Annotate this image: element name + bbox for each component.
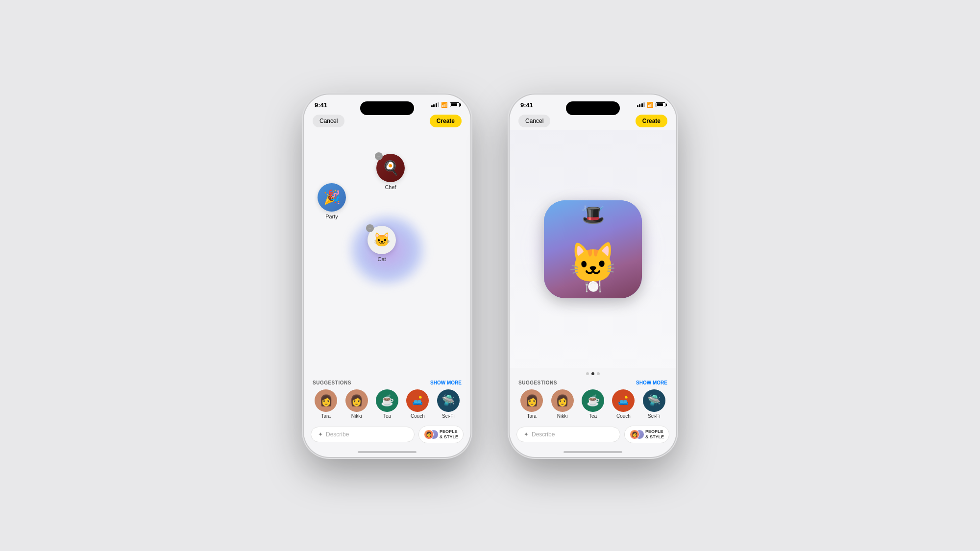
chef-emoji-item[interactable]: − 🍳 Chef bbox=[376, 154, 405, 190]
status-icons-1: 📶 bbox=[431, 102, 460, 108]
dot-1 bbox=[586, 372, 589, 375]
app-icon-inner: 🍶🧪 🎩 🐱 🍽️ bbox=[544, 200, 642, 298]
nikki-avatar-2: 👩 bbox=[551, 389, 574, 412]
nikki-label-2: Nikki bbox=[557, 413, 568, 419]
show-more-1[interactable]: SHOW MORE bbox=[430, 380, 462, 385]
chef-remove-dot[interactable]: − bbox=[375, 152, 383, 160]
dynamic-island-1 bbox=[360, 101, 414, 115]
people-style-avatars-2: 👩 bbox=[630, 430, 643, 439]
suggestions-header-2: SUGGESTIONS SHOW MORE bbox=[518, 380, 667, 385]
tara-avatar-1: 👩 bbox=[315, 389, 337, 412]
wifi-icon-1: 📶 bbox=[441, 102, 448, 108]
dynamic-island-2 bbox=[566, 101, 620, 115]
app-icon: 🍶🧪 🎩 🐱 🍽️ bbox=[544, 200, 642, 298]
describe-input-1[interactable]: ✦ Describe bbox=[311, 427, 415, 442]
signal-icon-1 bbox=[431, 102, 440, 107]
suggestion-tea-1[interactable]: ☕ Tea bbox=[374, 389, 400, 419]
couch-avatar-2: 🛋️ bbox=[612, 389, 635, 412]
time-1: 9:41 bbox=[315, 101, 327, 109]
chef-emoji-circle: − 🍳 bbox=[376, 154, 405, 182]
nikki-label-1: Nikki bbox=[351, 413, 362, 419]
chef-emoji-label: Chef bbox=[385, 184, 396, 190]
phone-2: 9:41 📶 Cancel Create bbox=[510, 95, 676, 457]
couch-label-2: Couch bbox=[616, 413, 631, 419]
people-style-avatars-1: 👩 bbox=[424, 430, 438, 439]
suggestions-section-2: SUGGESTIONS SHOW MORE 👩 Tara 👩 Nikki ☕ T… bbox=[510, 377, 676, 423]
signal-icon-2 bbox=[637, 102, 645, 107]
ps-avatar1-1: 👩 bbox=[424, 430, 434, 439]
phone-1: 9:41 📶 Cancel Create 🎉 Party bbox=[304, 95, 470, 457]
suggestion-tara-1[interactable]: 👩 Tara bbox=[313, 389, 339, 419]
show-more-2[interactable]: SHOW MORE bbox=[636, 380, 667, 385]
cancel-button-1[interactable]: Cancel bbox=[313, 115, 344, 127]
wifi-icon-2: 📶 bbox=[647, 102, 654, 108]
scifi-label-2: Sci-Fi bbox=[648, 413, 661, 419]
tea-avatar-2: ☕ bbox=[582, 389, 604, 412]
sparkle-icon-2: ✦ bbox=[524, 431, 529, 438]
scifi-avatar-1: 🛸 bbox=[437, 389, 460, 412]
couch-label-1: Couch bbox=[411, 413, 425, 419]
cancel-button-2[interactable]: Cancel bbox=[518, 115, 550, 127]
emoji-canvas-1: 🎉 Party − 🍳 Chef − 🐱 Cat bbox=[304, 130, 470, 377]
page-dots bbox=[510, 368, 676, 377]
chef-hat-icon: 🎩 bbox=[582, 204, 605, 226]
suggestions-title-1: SUGGESTIONS bbox=[313, 380, 351, 385]
people-style-button-2[interactable]: 👩 PEOPLE& STYLE bbox=[624, 426, 669, 443]
people-style-text-2: PEOPLE& STYLE bbox=[645, 429, 664, 440]
tea-label-1: Tea bbox=[383, 413, 391, 419]
tara-label-1: Tara bbox=[321, 413, 330, 419]
app-icon-container[interactable]: 🍶🧪 🎩 🐱 🍽️ bbox=[544, 200, 642, 298]
cat-emoji-label: Cat bbox=[377, 256, 386, 262]
dot-2 bbox=[591, 372, 594, 375]
party-emoji-circle: 🎉 bbox=[318, 183, 346, 212]
time-2: 9:41 bbox=[520, 101, 533, 109]
suggestions-row-1: 👩 Tara 👩 Nikki ☕ Tea 🛋️ Couch 🛸 Sci-Fi bbox=[313, 389, 462, 419]
scifi-label-1: Sci-Fi bbox=[442, 413, 455, 419]
status-icons-2: 📶 bbox=[637, 102, 666, 108]
suggestion-nikki-2[interactable]: 👩 Nikki bbox=[549, 389, 575, 419]
cat-remove-dot[interactable]: − bbox=[366, 224, 374, 232]
sparkle-icon-1: ✦ bbox=[318, 431, 323, 438]
describe-placeholder-1: Describe bbox=[326, 431, 349, 438]
ps-avatar1-2: 👩 bbox=[630, 430, 639, 439]
home-indicator-2 bbox=[564, 451, 622, 453]
suggestions-header-1: SUGGESTIONS SHOW MORE bbox=[313, 380, 462, 385]
describe-input-2[interactable]: ✦ Describe bbox=[516, 427, 620, 442]
bottom-bar-2: ✦ Describe 👩 PEOPLE& STYLE bbox=[510, 423, 676, 449]
suggestion-tea-2[interactable]: ☕ Tea bbox=[580, 389, 606, 419]
describe-placeholder-2: Describe bbox=[532, 431, 555, 438]
suggestion-scifi-1[interactable]: 🛸 Sci-Fi bbox=[435, 389, 462, 419]
cat-emoji-item[interactable]: − 🐱 Cat bbox=[368, 226, 396, 262]
suggestions-title-2: SUGGESTIONS bbox=[518, 380, 557, 385]
suggestion-couch-1[interactable]: 🛋️ Couch bbox=[404, 389, 431, 419]
suggestion-tara-2[interactable]: 👩 Tara bbox=[518, 389, 545, 419]
suggestion-scifi-2[interactable]: 🛸 Sci-Fi bbox=[641, 389, 667, 419]
tara-label-2: Tara bbox=[527, 413, 536, 419]
suggestions-row-2: 👩 Tara 👩 Nikki ☕ Tea 🛋️ Couch 🛸 Sci-Fi bbox=[518, 389, 667, 419]
battery-icon-2 bbox=[656, 102, 665, 107]
suggestion-couch-2[interactable]: 🛋️ Couch bbox=[610, 389, 637, 419]
dot-3 bbox=[597, 372, 600, 375]
cat-emoji-circle: − 🐱 bbox=[368, 226, 396, 254]
people-style-button-1[interactable]: 👩 PEOPLE& STYLE bbox=[418, 426, 464, 443]
tara-avatar-2: 👩 bbox=[520, 389, 543, 412]
people-style-text-1: PEOPLE& STYLE bbox=[440, 429, 458, 440]
tea-label-2: Tea bbox=[589, 413, 597, 419]
nikki-avatar-1: 👩 bbox=[345, 389, 368, 412]
suggestions-section-1: SUGGESTIONS SHOW MORE 👩 Tara 👩 Nikki ☕ T… bbox=[304, 377, 470, 423]
party-emoji-item[interactable]: 🎉 Party bbox=[318, 183, 346, 219]
create-button-1[interactable]: Create bbox=[430, 115, 462, 127]
tea-avatar-1: ☕ bbox=[376, 389, 398, 412]
party-emoji-label: Party bbox=[325, 214, 338, 219]
generated-image-area: 🍶🧪 🎩 🐱 🍽️ bbox=[510, 130, 676, 368]
battery-icon-1 bbox=[450, 102, 460, 107]
home-indicator-1 bbox=[358, 451, 416, 453]
suggestion-nikki-1[interactable]: 👩 Nikki bbox=[343, 389, 369, 419]
bottom-bar-1: ✦ Describe 👩 PEOPLE& STYLE bbox=[304, 423, 470, 449]
couch-avatar-1: 🛋️ bbox=[406, 389, 429, 412]
plate-icon: 🍽️ bbox=[585, 278, 602, 294]
scifi-avatar-2: 🛸 bbox=[643, 389, 665, 412]
create-button-2[interactable]: Create bbox=[636, 115, 667, 127]
